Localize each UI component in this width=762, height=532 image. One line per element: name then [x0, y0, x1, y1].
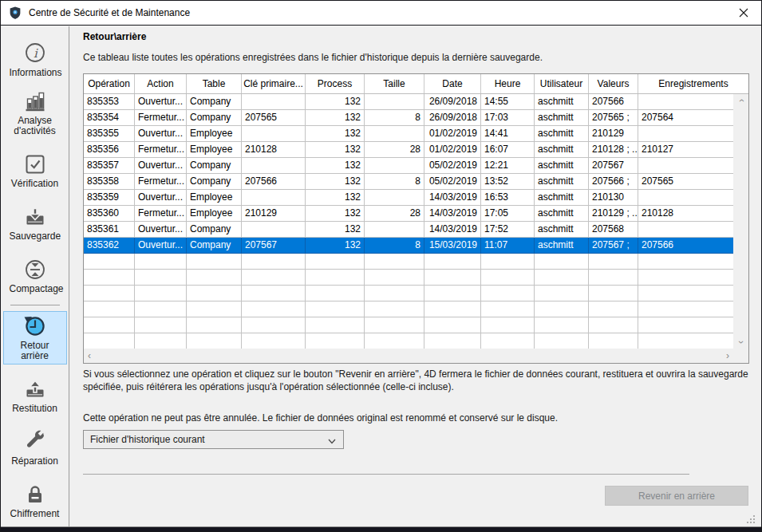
table-cell: 207568 [589, 222, 638, 237]
table-row[interactable]: 835356Fermetur...Employee2101281322801/0… [84, 142, 733, 158]
column-header-cl-primaire-[interactable]: Clé primaire... [242, 74, 306, 93]
close-button[interactable] [725, 1, 761, 25]
table-cell [638, 333, 733, 349]
table-cell [306, 333, 365, 349]
table-row-empty [84, 333, 733, 349]
table-cell: 210128 ; ... [589, 142, 638, 157]
table-body: 835353Ouvertur...Company13226/09/201814:… [84, 94, 733, 349]
table-cell: 132 [306, 126, 365, 141]
column-header-heure[interactable]: Heure [481, 74, 535, 93]
table-row[interactable]: 835361Ouvertur...Company13214/03/201917:… [84, 222, 733, 238]
table-cell [589, 286, 638, 301]
scroll-down-icon[interactable]: › [737, 341, 745, 344]
restore-icon [23, 377, 47, 401]
sidebar-item-compactage[interactable]: Compactage [3, 250, 67, 298]
table-row[interactable]: 835359Ouvertur...Employee13214/03/201916… [84, 190, 733, 206]
sidebar-item-informations[interactable]: iInformations [3, 33, 67, 81]
column-header-enregistrements[interactable]: Enregistrements [638, 74, 748, 93]
repair-wrench-icon [23, 430, 47, 454]
table-cell: aschmitt [535, 94, 589, 109]
table-row[interactable]: 835354Fermetur...Company207565132826/09/… [84, 110, 733, 126]
table-cell [589, 254, 638, 269]
table-row[interactable]: 835358Fermetur...Company207566132805/02/… [84, 174, 733, 190]
table-cell [365, 222, 424, 237]
table-cell: Company [187, 174, 242, 189]
table-row[interactable]: 835355Ouvertur...Employee13201/02/201914… [84, 126, 733, 142]
table-cell: Employee [187, 190, 242, 205]
table-cell: 14/03/2019 [424, 206, 481, 221]
table-cell [365, 317, 424, 333]
sidebar-item-label: Restitution [12, 404, 57, 414]
sidebar-item-verification[interactable]: Vérification [3, 144, 67, 192]
table-cell: 207566 [589, 94, 638, 109]
table-cell [135, 286, 187, 301]
revert-button[interactable]: Revenir en arrière [605, 486, 748, 506]
table-cell [242, 190, 306, 205]
scroll-up-icon[interactable]: › [737, 99, 745, 102]
sidebar-item-sauvegarde[interactable]: Sauvegarde [3, 197, 67, 245]
table-cell [424, 333, 481, 349]
column-header-process[interactable]: Process [306, 74, 365, 93]
table-row[interactable]: 835362Ouvertur...Company207567132815/03/… [84, 238, 733, 254]
table-cell [638, 317, 733, 333]
column-header-taille[interactable]: Taille [365, 74, 424, 93]
table-cell [365, 333, 424, 349]
table-cell [535, 317, 589, 333]
table-cell: aschmitt [535, 190, 589, 205]
vertical-scrollbar[interactable]: › › [733, 94, 748, 349]
sidebar-item-analyse-activites[interactable]: Analyse d'activités [3, 86, 67, 140]
column-header-date[interactable]: Date [424, 74, 481, 93]
column-header-table[interactable]: Table [187, 74, 242, 93]
table-row-empty [84, 317, 733, 333]
table-cell: 132 [306, 238, 365, 253]
table-cell: 835359 [84, 190, 135, 205]
table-cell: aschmitt [535, 174, 589, 189]
column-header-action[interactable]: Action [135, 74, 187, 93]
table-cell: 132 [306, 142, 365, 157]
table-cell [638, 286, 733, 301]
table-cell [535, 254, 589, 269]
table-row[interactable]: 835357Ouvertur...Company13205/02/201912:… [84, 158, 733, 174]
scroll-right-icon[interactable]: › [726, 352, 729, 360]
column-header-utilisateur[interactable]: Utilisateur [535, 74, 589, 93]
table-cell: 01/02/2019 [424, 126, 481, 141]
table-cell: Employee [187, 142, 242, 157]
table-cell: 13:52 [481, 174, 535, 189]
table-cell: 8 [365, 174, 424, 189]
table-row[interactable]: 835353Ouvertur...Company13226/09/201814:… [84, 94, 733, 110]
log-file-dropdown[interactable]: Fichier d'historique courant [83, 430, 344, 449]
table-cell: Ouvertur... [135, 190, 187, 205]
window-bottom-edge [1, 526, 761, 531]
table-cell: 17:03 [481, 110, 535, 125]
table-row-empty [84, 286, 733, 301]
table-cell: 835358 [84, 174, 135, 189]
table-cell [84, 270, 135, 285]
table-cell: 207565 [638, 174, 733, 189]
sidebar: iInformationsAnalyse d'activitésVérifica… [1, 26, 69, 526]
window-title: Centre de Sécurité et de Maintenance [29, 7, 190, 18]
column-header-op-ration[interactable]: Opération [84, 74, 135, 93]
table-cell [638, 270, 733, 285]
sidebar-item-label: Vérification [11, 179, 58, 189]
table-cell [365, 94, 424, 109]
table-cell [365, 126, 424, 141]
sidebar-item-chiffrement[interactable]: Chiffrement [3, 475, 67, 522]
table-cell [242, 94, 306, 109]
table-cell: 132 [306, 222, 365, 237]
horizontal-scrollbar[interactable]: ‹ › [84, 349, 733, 363]
table-cell: 12:21 [481, 158, 535, 173]
table-cell [135, 254, 187, 269]
table-row[interactable]: 835360Fermetur...Employee2101291322814/0… [84, 206, 733, 222]
table-cell: 207566 [242, 174, 306, 189]
sidebar-item-label: Chiffrement [10, 509, 60, 519]
sidebar-item-retour-arriere[interactable]: Retour arrière [3, 311, 67, 365]
column-header-valeurs[interactable]: Valeurs [589, 74, 638, 93]
sidebar-item-reparation[interactable]: Réparation [3, 422, 67, 470]
table-cell: 05/02/2019 [424, 174, 481, 189]
table-cell [242, 270, 306, 285]
sidebar-item-restitution[interactable]: Restitution [3, 369, 67, 417]
scroll-left-icon[interactable]: ‹ [88, 352, 91, 360]
compact-icon [23, 258, 47, 282]
table-cell [638, 190, 733, 205]
resize-grip-icon[interactable] [747, 513, 756, 522]
